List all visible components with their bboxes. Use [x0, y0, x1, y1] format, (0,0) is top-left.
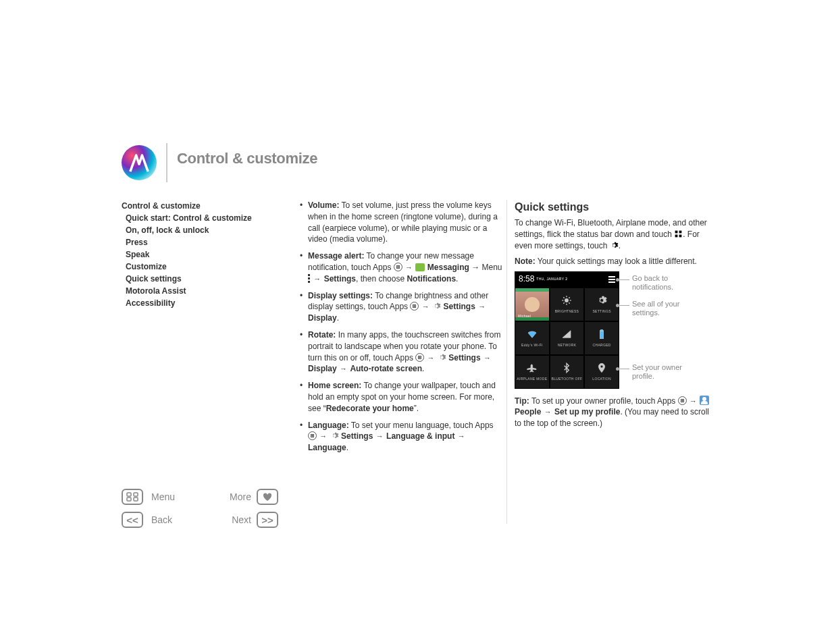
svg-line-9: [564, 297, 565, 298]
callout-settings: See all of your settings.: [632, 300, 706, 317]
path-label: Display: [308, 313, 337, 323]
motorola-logo: [122, 145, 157, 180]
path-label: Settings: [324, 274, 356, 284]
toc-item[interactable]: Customize: [122, 261, 284, 273]
svg-rect-15: [127, 493, 131, 496]
callout-line: [617, 305, 629, 306]
apps-icon: [308, 431, 317, 440]
svg-rect-13: [600, 331, 603, 339]
messaging-icon: [415, 263, 425, 271]
svg-rect-16: [134, 493, 138, 496]
toc-item[interactable]: Quick start: Control & customize: [122, 212, 284, 224]
callout-line: [617, 369, 629, 369]
note-label: Note:: [515, 257, 536, 266]
bullet-text: → Menu: [469, 263, 502, 272]
svg-rect-14: [601, 329, 603, 331]
arrow-icon: →: [319, 431, 327, 441]
tile-label: BLUETOOTH OFF: [552, 377, 583, 381]
path-label: Redecorate your home: [326, 404, 414, 413]
quick-settings-intro: To change Wi-Fi, Bluetooth, Airplane mod…: [515, 217, 717, 251]
bullet-label: Message alert:: [308, 251, 364, 261]
bullet-language: Language: To set your menu language, tou…: [296, 420, 502, 454]
svg-rect-0: [675, 231, 678, 234]
gear-icon: [596, 294, 608, 306]
svg-point-4: [565, 298, 569, 302]
gear-icon: [438, 353, 446, 362]
tile-owner: Michael: [515, 288, 550, 321]
bullet-label: Volume:: [308, 200, 339, 210]
text: .: [619, 241, 621, 250]
arrow-icon: →: [313, 274, 321, 284]
arrow-icon: →: [478, 302, 486, 312]
toc-item[interactable]: Press: [122, 236, 284, 248]
toc-item[interactable]: Motorola Assist: [122, 285, 284, 297]
next-label: Next: [204, 514, 251, 525]
menu-label: Menu: [151, 491, 199, 502]
wifi-icon: [526, 328, 538, 340]
svg-line-10: [569, 302, 570, 303]
tile-label: Michael: [518, 314, 531, 319]
arrow-icon: →: [422, 302, 429, 312]
svg-rect-2: [675, 235, 678, 238]
bluetooth-icon: [561, 362, 573, 374]
next-button[interactable]: >>: [257, 512, 278, 528]
quick-settings-note: Note: Your quick settings may look a lit…: [515, 256, 717, 267]
bullet-volume: Volume: To set volume, just press the vo…: [296, 200, 502, 245]
bullet-display-settings: Display settings: To change brightness a…: [296, 290, 502, 324]
path-label: Set up my profile: [554, 407, 620, 417]
content-column-left: Volume: To set volume, just press the vo…: [296, 200, 502, 459]
menu-button[interactable]: [122, 489, 143, 505]
location-icon: [596, 362, 608, 374]
tile-settings: SETTINGS: [584, 288, 619, 321]
people-icon: [700, 396, 709, 405]
signal-icon: [561, 328, 573, 340]
tile-brightness: BRIGHTNESS: [550, 288, 585, 321]
arrow-icon: →: [340, 364, 347, 374]
bullet-rotate: Rotate: In many apps, the touchscreen sw…: [296, 329, 502, 375]
arrow-icon: →: [427, 353, 435, 363]
tile-label: NETWORK: [558, 343, 577, 348]
tile-location: LOCATION: [584, 355, 619, 389]
toc-item[interactable]: On, off, lock & unlock: [122, 224, 284, 236]
tile-charged: CHARGED: [584, 321, 619, 355]
svg-rect-3: [679, 235, 682, 238]
airplane-icon: [526, 362, 538, 374]
quick-settings-tip: Tip: To set up your owner profile, touch…: [515, 396, 717, 429]
bullet-label: Language:: [308, 421, 349, 430]
path-label: Settings: [443, 302, 475, 311]
quick-settings-tiles-icon: [674, 230, 683, 238]
path-label: Settings: [341, 431, 373, 441]
gear-icon: [610, 241, 619, 250]
path-label: Display: [308, 364, 337, 373]
status-bar: 8:58 THU, JANUARY 2: [515, 271, 619, 288]
apps-icon: [394, 263, 402, 271]
toc-h1[interactable]: Control & customize: [122, 200, 284, 212]
note-text: Your quick settings may look a little di…: [536, 257, 697, 266]
back-label: Back: [151, 514, 199, 525]
arrow-icon: →: [458, 431, 465, 441]
svg-rect-18: [134, 498, 138, 501]
tile-label: LOCATION: [592, 377, 611, 381]
toc-item[interactable]: Quick settings: [122, 273, 284, 285]
path-label: Messaging: [427, 263, 469, 272]
back-button[interactable]: <<: [122, 512, 143, 528]
bullet-label: Rotate:: [308, 330, 336, 340]
path-label: Language: [308, 443, 346, 452]
bullet-text: .: [422, 364, 424, 373]
content-column-right: Quick settings To change Wi-Fi, Bluetoot…: [515, 200, 717, 433]
column-divider: [506, 200, 507, 524]
toc-item[interactable]: Speak: [122, 248, 284, 261]
more-button[interactable]: [257, 489, 278, 505]
path-label: Settings: [448, 353, 480, 363]
tile-label: BRIGHTNESS: [555, 309, 579, 314]
svg-line-12: [569, 297, 570, 298]
toc-sidebar: Control & customize Quick start: Control…: [122, 200, 284, 309]
title-divider: [166, 143, 167, 182]
quick-settings-heading: Quick settings: [515, 200, 717, 215]
bullet-text: To set your menu language, touch Apps: [349, 421, 494, 430]
apps-icon: [415, 353, 424, 362]
apps-icon: [678, 396, 687, 405]
quick-settings-figure: 8:58 THU, JANUARY 2 Michael BRIGHTNESS: [515, 271, 717, 389]
toc-item[interactable]: Accessibility: [122, 297, 284, 309]
callout-owner: Set your owner profile.: [632, 363, 706, 381]
